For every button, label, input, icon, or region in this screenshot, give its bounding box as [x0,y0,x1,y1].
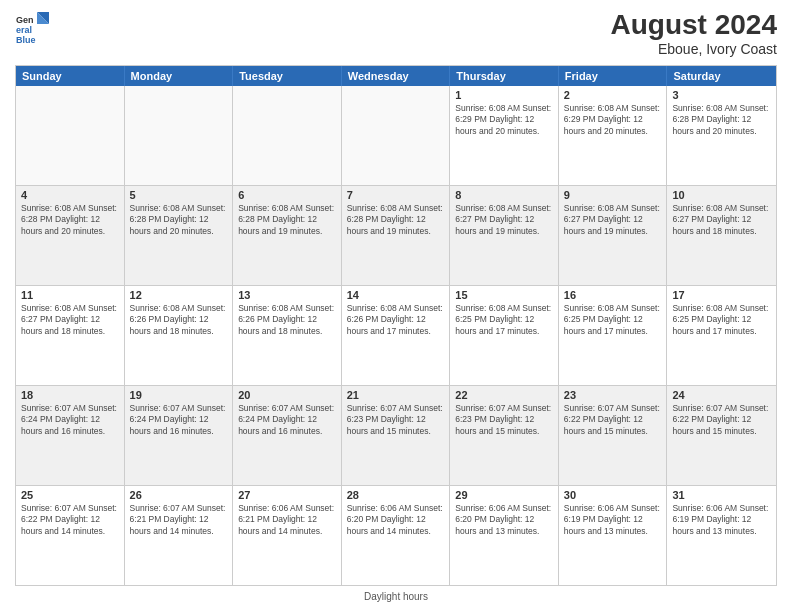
day-detail-23: Sunrise: 6:07 AM Sunset: 6:22 PM Dayligh… [564,403,662,437]
subtitle: Eboue, Ivory Coast [611,41,778,57]
day-number-14: 14 [347,289,445,301]
day-cell-9: 9Sunrise: 6:08 AM Sunset: 6:27 PM Daylig… [559,186,668,285]
day-detail-31: Sunrise: 6:06 AM Sunset: 6:19 PM Dayligh… [672,503,771,537]
day-cell-26: 26Sunrise: 6:07 AM Sunset: 6:21 PM Dayli… [125,486,234,585]
day-detail-15: Sunrise: 6:08 AM Sunset: 6:25 PM Dayligh… [455,303,553,337]
day-detail-18: Sunrise: 6:07 AM Sunset: 6:24 PM Dayligh… [21,403,119,437]
calendar-body: 1Sunrise: 6:08 AM Sunset: 6:29 PM Daylig… [16,86,776,585]
day-number-17: 17 [672,289,771,301]
day-cell-20: 20Sunrise: 6:07 AM Sunset: 6:24 PM Dayli… [233,386,342,485]
day-number-12: 12 [130,289,228,301]
day-cell-14: 14Sunrise: 6:08 AM Sunset: 6:26 PM Dayli… [342,286,451,385]
day-number-22: 22 [455,389,553,401]
week-row-2: 4Sunrise: 6:08 AM Sunset: 6:28 PM Daylig… [16,186,776,286]
day-number-13: 13 [238,289,336,301]
day-number-29: 29 [455,489,553,501]
day-number-25: 25 [21,489,119,501]
day-number-28: 28 [347,489,445,501]
day-detail-12: Sunrise: 6:08 AM Sunset: 6:26 PM Dayligh… [130,303,228,337]
day-header-friday: Friday [559,66,668,86]
day-cell-29: 29Sunrise: 6:06 AM Sunset: 6:20 PM Dayli… [450,486,559,585]
day-detail-3: Sunrise: 6:08 AM Sunset: 6:28 PM Dayligh… [672,103,771,137]
day-cell-24: 24Sunrise: 6:07 AM Sunset: 6:22 PM Dayli… [667,386,776,485]
day-number-18: 18 [21,389,119,401]
day-detail-28: Sunrise: 6:06 AM Sunset: 6:20 PM Dayligh… [347,503,445,537]
day-number-23: 23 [564,389,662,401]
calendar: SundayMondayTuesdayWednesdayThursdayFrid… [15,65,777,586]
day-header-thursday: Thursday [450,66,559,86]
day-cell-3: 3Sunrise: 6:08 AM Sunset: 6:28 PM Daylig… [667,86,776,185]
svg-text:Blue: Blue [16,35,36,45]
day-cell-10: 10Sunrise: 6:08 AM Sunset: 6:27 PM Dayli… [667,186,776,285]
day-number-19: 19 [130,389,228,401]
day-cell-12: 12Sunrise: 6:08 AM Sunset: 6:26 PM Dayli… [125,286,234,385]
empty-cell-0-1 [125,86,234,185]
day-cell-22: 22Sunrise: 6:07 AM Sunset: 6:23 PM Dayli… [450,386,559,485]
day-detail-4: Sunrise: 6:08 AM Sunset: 6:28 PM Dayligh… [21,203,119,237]
day-detail-10: Sunrise: 6:08 AM Sunset: 6:27 PM Dayligh… [672,203,771,237]
day-detail-8: Sunrise: 6:08 AM Sunset: 6:27 PM Dayligh… [455,203,553,237]
day-detail-1: Sunrise: 6:08 AM Sunset: 6:29 PM Dayligh… [455,103,553,137]
day-detail-21: Sunrise: 6:07 AM Sunset: 6:23 PM Dayligh… [347,403,445,437]
day-detail-19: Sunrise: 6:07 AM Sunset: 6:24 PM Dayligh… [130,403,228,437]
day-number-5: 5 [130,189,228,201]
day-header-monday: Monday [125,66,234,86]
day-number-11: 11 [21,289,119,301]
header: Gen eral Blue August 2024 Eboue, Ivory C… [15,10,777,57]
day-number-2: 2 [564,89,662,101]
day-number-20: 20 [238,389,336,401]
logo-icon: Gen eral Blue [15,10,51,46]
day-number-24: 24 [672,389,771,401]
day-number-21: 21 [347,389,445,401]
day-cell-5: 5Sunrise: 6:08 AM Sunset: 6:28 PM Daylig… [125,186,234,285]
day-detail-29: Sunrise: 6:06 AM Sunset: 6:20 PM Dayligh… [455,503,553,537]
footer: Daylight hours [15,591,777,602]
day-cell-25: 25Sunrise: 6:07 AM Sunset: 6:22 PM Dayli… [16,486,125,585]
day-header-sunday: Sunday [16,66,125,86]
day-detail-14: Sunrise: 6:08 AM Sunset: 6:26 PM Dayligh… [347,303,445,337]
day-header-saturday: Saturday [667,66,776,86]
day-cell-27: 27Sunrise: 6:06 AM Sunset: 6:21 PM Dayli… [233,486,342,585]
day-detail-27: Sunrise: 6:06 AM Sunset: 6:21 PM Dayligh… [238,503,336,537]
day-cell-19: 19Sunrise: 6:07 AM Sunset: 6:24 PM Dayli… [125,386,234,485]
day-cell-11: 11Sunrise: 6:08 AM Sunset: 6:27 PM Dayli… [16,286,125,385]
day-cell-8: 8Sunrise: 6:08 AM Sunset: 6:27 PM Daylig… [450,186,559,285]
week-row-3: 11Sunrise: 6:08 AM Sunset: 6:27 PM Dayli… [16,286,776,386]
day-detail-24: Sunrise: 6:07 AM Sunset: 6:22 PM Dayligh… [672,403,771,437]
day-number-15: 15 [455,289,553,301]
day-number-16: 16 [564,289,662,301]
day-number-30: 30 [564,489,662,501]
day-cell-18: 18Sunrise: 6:07 AM Sunset: 6:24 PM Dayli… [16,386,125,485]
page: Gen eral Blue August 2024 Eboue, Ivory C… [0,0,792,612]
day-cell-1: 1Sunrise: 6:08 AM Sunset: 6:29 PM Daylig… [450,86,559,185]
day-number-9: 9 [564,189,662,201]
month-title: August 2024 [611,10,778,41]
title-block: August 2024 Eboue, Ivory Coast [611,10,778,57]
day-cell-28: 28Sunrise: 6:06 AM Sunset: 6:20 PM Dayli… [342,486,451,585]
day-header-tuesday: Tuesday [233,66,342,86]
day-detail-6: Sunrise: 6:08 AM Sunset: 6:28 PM Dayligh… [238,203,336,237]
day-detail-5: Sunrise: 6:08 AM Sunset: 6:28 PM Dayligh… [130,203,228,237]
week-row-1: 1Sunrise: 6:08 AM Sunset: 6:29 PM Daylig… [16,86,776,186]
day-detail-22: Sunrise: 6:07 AM Sunset: 6:23 PM Dayligh… [455,403,553,437]
day-number-26: 26 [130,489,228,501]
day-detail-7: Sunrise: 6:08 AM Sunset: 6:28 PM Dayligh… [347,203,445,237]
day-cell-4: 4Sunrise: 6:08 AM Sunset: 6:28 PM Daylig… [16,186,125,285]
day-number-3: 3 [672,89,771,101]
day-cell-6: 6Sunrise: 6:08 AM Sunset: 6:28 PM Daylig… [233,186,342,285]
day-detail-9: Sunrise: 6:08 AM Sunset: 6:27 PM Dayligh… [564,203,662,237]
logo: Gen eral Blue [15,10,51,46]
day-cell-15: 15Sunrise: 6:08 AM Sunset: 6:25 PM Dayli… [450,286,559,385]
day-number-4: 4 [21,189,119,201]
day-detail-17: Sunrise: 6:08 AM Sunset: 6:25 PM Dayligh… [672,303,771,337]
calendar-header: SundayMondayTuesdayWednesdayThursdayFrid… [16,66,776,86]
day-detail-16: Sunrise: 6:08 AM Sunset: 6:25 PM Dayligh… [564,303,662,337]
svg-text:Gen: Gen [16,15,34,25]
week-row-4: 18Sunrise: 6:07 AM Sunset: 6:24 PM Dayli… [16,386,776,486]
day-detail-11: Sunrise: 6:08 AM Sunset: 6:27 PM Dayligh… [21,303,119,337]
day-detail-30: Sunrise: 6:06 AM Sunset: 6:19 PM Dayligh… [564,503,662,537]
empty-cell-0-3 [342,86,451,185]
day-number-8: 8 [455,189,553,201]
day-cell-31: 31Sunrise: 6:06 AM Sunset: 6:19 PM Dayli… [667,486,776,585]
day-cell-7: 7Sunrise: 6:08 AM Sunset: 6:28 PM Daylig… [342,186,451,285]
